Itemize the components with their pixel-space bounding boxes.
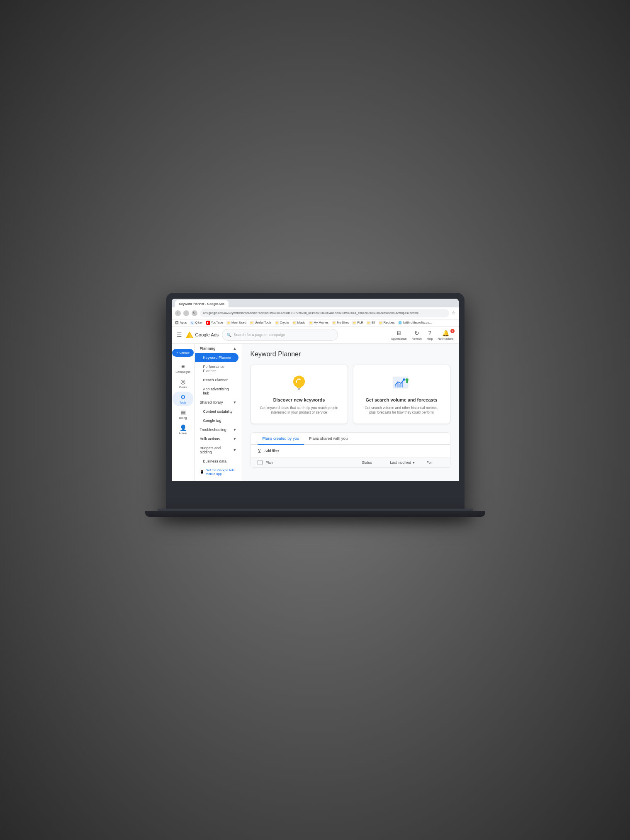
budgets-bidding-header[interactable]: Budgets and bidding ▼ [195,443,242,457]
appearance-icon: 🖥 [396,330,402,336]
create-button[interactable]: + Create [172,349,194,357]
planning-section-header[interactable]: Planning ▲ [195,344,242,353]
tab-plans-shared-with-you[interactable]: Plans shared with you [304,433,353,445]
bookmark-my-sites[interactable]: 📁 My Shes [332,321,349,325]
bookmark-music[interactable]: 📁 Music [292,321,306,325]
search-icon: 🔍 [226,333,231,337]
nav-item-google-tag[interactable]: Google tag [195,416,238,425]
billing-icon: ▤ [180,409,186,416]
folder-icon-9: 📁 [379,321,383,325]
browser-tab-active[interactable]: Keyword Planner - Google Ads [175,300,229,307]
chevron-down-icon-4: ▼ [233,448,237,452]
forward-button[interactable]: › [183,310,189,316]
select-all-checkbox[interactable] [258,460,263,465]
svg-line-7 [303,377,304,378]
nav-item-business-data[interactable]: Business data [195,457,238,466]
notification-badge: 1 [450,329,455,333]
col-plan: Plan [266,460,359,465]
search-volume-card[interactable]: Get search volume and forecasts Get sear… [353,365,450,424]
sidebar-item-goals[interactable]: ◎ Goals [173,376,193,391]
plans-tabs: Plans created by you Plans shared with y… [251,433,450,445]
chevron-down-icon-2: ▼ [233,428,237,432]
tools-icon: ⚙ [180,394,186,400]
sort-arrow-icon: ▼ [412,461,415,464]
bell-icon: 🔔 [442,330,449,336]
svg-point-5 [298,378,300,380]
bookmark-recipes[interactable]: 📁 Recipes [379,321,395,325]
bookmark-efi[interactable]: 📁 Efi [367,321,375,325]
col-forecast: For [427,460,443,465]
google-ads-app: ☰ Google Ads 🔍 Search for [172,326,459,481]
bookmark-star-icon[interactable]: ☆ [452,311,455,315]
shared-library-header[interactable]: Shared library ▼ [195,398,242,407]
svg-rect-17 [401,382,403,387]
screen-bezel: Keyword Planner - Google Ads ‹ › ↻ ads.g… [172,299,459,481]
appearance-button[interactable]: 🖥 Appearance [391,330,407,340]
chevron-up-icon: ▲ [233,346,237,351]
bookmark-my-movies[interactable]: 📁 My Movies [309,321,328,325]
mobile-app-link[interactable]: 📱 Get the Google Ads mobile app [195,466,242,478]
folder-icon-6: 📁 [332,321,336,325]
search-bar[interactable]: 🔍 Search for a page or campaign [222,329,338,341]
header-right-actions: 🖥 Appearance ↻ Refresh ? Help [391,330,454,340]
nav-item-app-advertising[interactable]: App advertising hub [195,385,238,398]
bookmark-apps[interactable]: 🔲 Apps [175,321,187,325]
bookmark-crypto[interactable]: 📁 Crypto [275,321,289,325]
address-bar[interactable]: ads.google.com/aw/keywordplanner/home?oc… [200,309,449,317]
sidebar-item-admin[interactable]: 👤 Admin [173,422,193,437]
bookmark-plr[interactable]: 📁 PLR [352,321,363,325]
nav-item-reach-planner[interactable]: Reach Planner [195,375,238,385]
notifications-button[interactable]: 🔔 Notifications 1 [438,330,453,340]
card1-title: Discover new keywords [273,397,325,402]
troubleshooting-header[interactable]: Troubleshooting ▼ [195,425,242,434]
folder-icon-8: 📁 [367,321,371,325]
content-area: + Create ≡ Campaigns ◎ Goals [172,344,459,481]
back-button[interactable]: ‹ [175,310,181,316]
folder-icon-2: 📁 [250,321,254,325]
nav-item-performance-planner[interactable]: Performance Planner [195,362,238,375]
bookmark-fullthrottle[interactable]: 🌐 fullthrottleprofits.co... [398,321,432,325]
plans-table-header: Plan Status Last modified ▼ For [251,458,450,468]
bookmark-most-used[interactable]: 📁 Most Used [226,321,246,325]
bulk-actions-header[interactable]: Bulk actions ▼ [195,434,242,443]
refresh-button[interactable]: ↻ Refresh [411,330,422,340]
reload-button[interactable]: ↻ [192,310,197,316]
svg-point-2 [293,376,305,387]
sidebar-item-campaigns[interactable]: ≡ Campaigns [172,361,193,375]
discover-keywords-card[interactable]: Discover new keywords Get keyword ideas … [251,365,348,424]
nav-item-content-suitability[interactable]: Content suitability [195,407,238,416]
folder-icon-1: 📁 [226,321,231,325]
lightbulb-card-icon [289,373,309,394]
chart-svg [391,374,412,393]
filter-icon: ⊻ [258,448,261,454]
lightbulb-svg [289,373,309,394]
bookmark-useful-tools[interactable]: 📁 Useful Tools [250,321,272,325]
sidebar-item-tools[interactable]: ⚙ Tools [173,392,193,406]
card1-desc: Get keyword ideas that can help you reac… [259,406,339,416]
help-button[interactable]: ? Help [427,330,433,340]
folder-icon-4: 📁 [292,321,297,325]
bookmarks-bar: 🔲 Apps Q Qiker ▶ YouTube 📁 Most Used [172,319,459,326]
bookmark-qiker[interactable]: Q Qiker [190,321,203,325]
nav-item-keyword-planner[interactable]: Keyword Planner [195,353,238,362]
left-sidebar-icons: + Create ≡ Campaigns ◎ Goals [172,344,195,481]
bookmark-youtube[interactable]: ▶ YouTube [206,321,223,325]
chevron-down-icon-1: ▼ [233,400,237,404]
hamburger-menu-icon[interactable]: ☰ [177,331,182,338]
browser-window: Keyword Planner - Google Ads ‹ › ↻ ads.g… [172,299,459,481]
col-last-modified: Last modified ▼ [390,460,423,465]
refresh-icon: ↻ [414,330,419,336]
add-filter-button[interactable]: Add filter [265,449,280,453]
qiker-icon: Q [190,321,195,325]
admin-icon: 👤 [180,424,187,431]
main-content-area: Keyword Planner [242,344,459,481]
youtube-icon: ▶ [206,321,210,325]
feature-cards-row: Discover new keywords Get keyword ideas … [251,365,450,424]
svg-point-12 [403,378,405,380]
browser-chrome: Keyword Planner - Google Ads [172,299,459,307]
folder-icon-5: 📁 [309,321,313,325]
card2-title: Get search volume and forecasts [365,397,437,402]
sidebar-item-billing[interactable]: ▤ Billing [173,407,193,421]
folder-icon-7: 📁 [352,321,356,325]
tab-plans-created-by-you[interactable]: Plans created by you [258,433,304,445]
